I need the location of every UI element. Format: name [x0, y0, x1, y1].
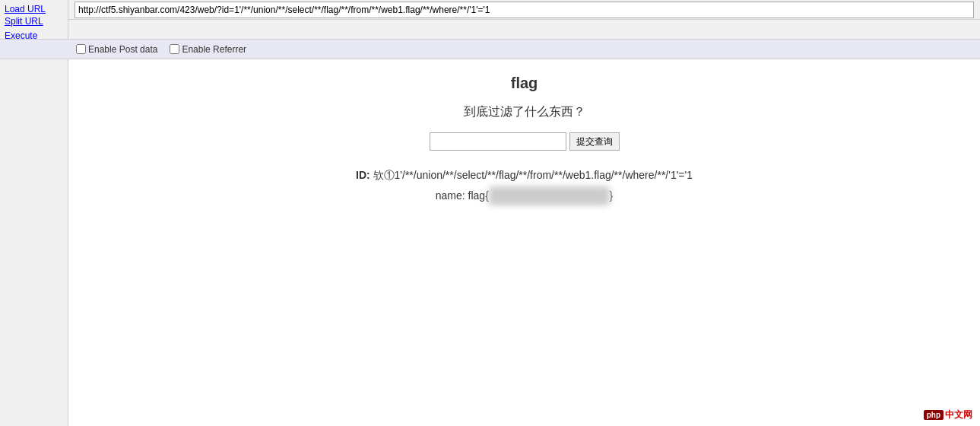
- second-action-buttons: Split URL Execute: [0, 20, 68, 39]
- result-id-label: ID:: [356, 169, 370, 181]
- options-bar: Enable Post data Enable Referrer: [0, 40, 980, 59]
- page-subtitle: 到底过滤了什么东西？: [68, 104, 980, 120]
- body-area: flag 到底过滤了什么东西？ 提交查询 ID: 欤①1'/**/union/*…: [0, 59, 980, 426]
- site-name: 中文网: [945, 409, 972, 421]
- enable-referrer-label[interactable]: Enable Referrer: [170, 44, 246, 55]
- search-input[interactable]: [430, 132, 566, 151]
- top-bar: Load URL: [0, 0, 980, 20]
- enable-referrer-checkbox[interactable]: [170, 44, 179, 54]
- result-name-blurred: ████████████████: [489, 186, 610, 205]
- enable-referrer-text: Enable Referrer: [182, 44, 246, 55]
- result-name-suffix: }: [610, 189, 614, 202]
- content-area: flag 到底过滤了什么东西？ 提交查询 ID: 欤①1'/**/union/*…: [68, 59, 980, 426]
- php-badge: php: [924, 410, 944, 420]
- result-id-line: ID: 欤①1'/**/union/**/select/**/flag/**/f…: [68, 166, 980, 185]
- result-name-prefix: flag{: [468, 189, 489, 202]
- split-url-button[interactable]: Split URL: [5, 15, 68, 29]
- result-name-label: name:: [436, 189, 465, 202]
- submit-button[interactable]: 提交查询: [569, 132, 620, 151]
- enable-post-text: Enable Post data: [88, 44, 157, 55]
- full-layout: Load URL Split URL Execute Enable Post d…: [0, 0, 980, 426]
- page-title: flag: [68, 75, 980, 92]
- result-id-value: 欤①1'/**/union/**/select/**/flag/**/from/…: [373, 169, 693, 181]
- load-url-button[interactable]: Load URL: [5, 3, 68, 17]
- url-row: [68, 0, 980, 19]
- url-input[interactable]: [75, 2, 974, 18]
- result-section: ID: 欤①1'/**/union/**/select/**/flag/**/f…: [68, 166, 980, 205]
- second-toolbar-row: Split URL Execute: [0, 20, 980, 40]
- enable-post-label[interactable]: Enable Post data: [76, 44, 157, 55]
- search-row: 提交查询: [68, 132, 980, 151]
- enable-post-checkbox[interactable]: [76, 44, 86, 54]
- footer: php 中文网: [924, 409, 972, 421]
- result-name-line: name: flag{████████████████}: [68, 186, 980, 205]
- left-panel: [0, 59, 68, 426]
